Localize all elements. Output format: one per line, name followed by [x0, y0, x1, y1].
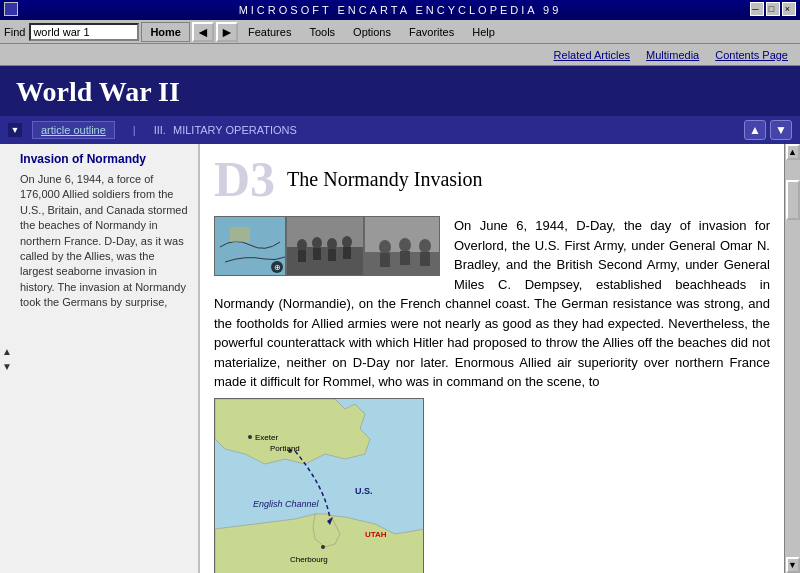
section-roman: III. MILITARY OPERATIONS: [154, 124, 297, 136]
restore-button[interactable]: □: [766, 2, 780, 16]
svg-point-24: [248, 435, 252, 439]
app-icon: [4, 2, 18, 16]
sidebar-body-text: On June 6, 1944, a force of 176,000 Alli…: [20, 172, 190, 311]
svg-rect-17: [400, 251, 410, 265]
find-label: Find: [4, 26, 25, 38]
menu-features[interactable]: Features: [240, 22, 299, 42]
svg-rect-15: [380, 253, 390, 267]
svg-rect-11: [343, 247, 351, 259]
sidebar-scroll-down[interactable]: ▼: [2, 361, 12, 372]
title-bar: MICROSOFT ENCARTA ENCYCLOPEDIA 99 ─ □ ×: [0, 0, 800, 20]
menu-favorites[interactable]: Favorites: [401, 22, 462, 42]
map-container: U.S. UTAH Exeter Portland English Channe…: [214, 398, 424, 574]
svg-rect-7: [313, 248, 321, 260]
svg-text:UTAH: UTAH: [365, 530, 387, 539]
search-input[interactable]: [29, 23, 139, 41]
sidebar-section-title: Invasion of Normandy: [20, 152, 190, 166]
menu-bar: Find Home ◄ ► Features Tools Options Fav…: [0, 20, 800, 44]
svg-point-29: [321, 545, 325, 549]
svg-point-10: [342, 236, 352, 248]
scroll-thumb[interactable]: [786, 180, 800, 220]
sub-menu-bar: Related Articles Multimedia Contents Pag…: [0, 44, 800, 66]
svg-point-8: [327, 238, 337, 250]
images-row: Lessay Crossroad ⊕: [214, 216, 440, 276]
window-controls[interactable]: ─ □ ×: [750, 2, 796, 16]
svg-point-18: [419, 239, 431, 253]
section-down-button[interactable]: ▼: [770, 120, 792, 140]
article-title: World War II: [16, 76, 180, 107]
svg-text:Cherbourg: Cherbourg: [290, 555, 328, 564]
map-area: U.S. UTAH Exeter Portland English Channe…: [214, 398, 424, 574]
sidebar-scroll-up[interactable]: ▲: [2, 346, 12, 357]
svg-rect-1: [230, 227, 250, 242]
multimedia-link[interactable]: Multimedia: [640, 49, 705, 61]
nav-forward-button[interactable]: ►: [216, 22, 238, 42]
scrollbar[interactable]: ▲ ▼: [784, 144, 800, 573]
main-content: D3 The Normandy Invasion Lessay Crossroa…: [200, 144, 784, 573]
svg-text:Exeter: Exeter: [255, 433, 278, 442]
sidebar: ▲ ▼ Invasion of Normandy On June 6, 1944…: [0, 144, 200, 573]
svg-point-14: [379, 240, 391, 254]
article-body: Lessay Crossroad ⊕: [214, 216, 770, 573]
svg-text:Portland: Portland: [270, 444, 300, 453]
svg-rect-19: [420, 252, 430, 266]
image-2[interactable]: [286, 216, 364, 276]
home-button[interactable]: Home: [141, 22, 190, 42]
menu-help[interactable]: Help: [464, 22, 503, 42]
menu-options[interactable]: Options: [345, 22, 399, 42]
svg-rect-5: [298, 250, 306, 262]
svg-rect-9: [328, 249, 336, 261]
svg-point-6: [312, 237, 322, 249]
article-header: World War II: [0, 66, 800, 116]
minimize-button[interactable]: ─: [750, 2, 764, 16]
nav-back-button[interactable]: ◄: [192, 22, 214, 42]
content-area: ▲ ▼ Invasion of Normandy On June 6, 1944…: [0, 144, 800, 573]
section-up-button[interactable]: ▲: [744, 120, 766, 140]
toolbar-row: ▼ article outline | III. MILITARY OPERAT…: [0, 116, 800, 144]
scroll-down-button[interactable]: ▼: [786, 557, 800, 573]
image-1[interactable]: Lessay Crossroad ⊕: [214, 216, 286, 276]
svg-text:U.S.: U.S.: [355, 486, 373, 496]
section-title-row: D3 The Normandy Invasion: [214, 154, 770, 204]
image-1-expand-icon[interactable]: ⊕: [271, 261, 283, 273]
svg-point-4: [297, 239, 307, 251]
contents-page-link[interactable]: Contents Page: [709, 49, 794, 61]
svg-text:English Channel: English Channel: [253, 499, 320, 509]
image-3[interactable]: [364, 216, 440, 276]
related-articles-link[interactable]: Related Articles: [548, 49, 636, 61]
scroll-up-button[interactable]: ▲: [786, 144, 800, 160]
section-number: D3: [214, 154, 275, 204]
outline-toggle-arrow[interactable]: ▼: [8, 123, 22, 137]
section-heading: The Normandy Invasion: [287, 168, 483, 191]
close-button[interactable]: ×: [782, 2, 796, 16]
menu-tools[interactable]: Tools: [301, 22, 343, 42]
app-title: MICROSOFT ENCARTA ENCYCLOPEDIA 99: [239, 4, 562, 16]
article-outline-toggle[interactable]: article outline: [32, 121, 115, 139]
svg-point-16: [399, 238, 411, 252]
